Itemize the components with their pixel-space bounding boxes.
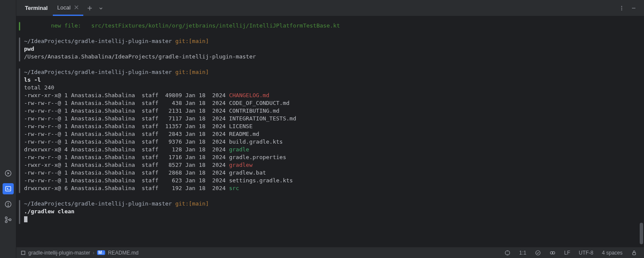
cursor bbox=[24, 216, 27, 222]
scrollbar[interactable] bbox=[639, 16, 643, 247]
scrollbar-thumb[interactable] bbox=[640, 223, 643, 244]
problems-icon[interactable] bbox=[3, 199, 14, 210]
project-name: gradle-intellij-plugin-master bbox=[28, 250, 90, 256]
services-icon[interactable] bbox=[3, 168, 14, 179]
tab-label: Local bbox=[57, 4, 70, 11]
ls-block: ~/IdeaProjects/gradle-intellij-plugin-ma… bbox=[19, 67, 641, 195]
breadcrumb[interactable]: gradle-intellij-plugin-master › M↓ READM… bbox=[21, 250, 139, 256]
inspections-icon[interactable] bbox=[532, 250, 544, 256]
encoding[interactable]: UTF-8 bbox=[576, 250, 596, 256]
svg-point-16 bbox=[621, 9, 623, 10]
more-icon[interactable] bbox=[617, 3, 627, 13]
svg-rect-23 bbox=[633, 252, 636, 255]
close-icon[interactable] bbox=[74, 5, 79, 10]
code-with-me-icon[interactable] bbox=[547, 250, 558, 256]
indent[interactable]: 4 spaces bbox=[599, 250, 625, 256]
svg-rect-18 bbox=[21, 251, 25, 255]
status-bar: gradle-intellij-plugin-master › M↓ READM… bbox=[16, 247, 644, 258]
svg-point-15 bbox=[621, 7, 623, 9]
svg-point-14 bbox=[621, 6, 623, 7]
vcs-icon[interactable] bbox=[3, 214, 14, 225]
pwd-block: ~/IdeaProjects/gradle-intellij-plugin-ma… bbox=[19, 36, 641, 63]
lock-icon[interactable] bbox=[629, 250, 640, 256]
left-tool-rail bbox=[0, 0, 16, 258]
chevron-down-icon[interactable] bbox=[96, 3, 106, 13]
svg-point-9 bbox=[9, 219, 11, 221]
main-area: Terminal Local new file: src/testFixture… bbox=[16, 0, 644, 258]
tab-local[interactable]: Local bbox=[53, 0, 83, 16]
svg-point-6 bbox=[8, 206, 9, 206]
markdown-badge: M↓ bbox=[97, 250, 105, 255]
svg-point-8 bbox=[5, 221, 7, 223]
svg-point-20 bbox=[536, 250, 541, 255]
svg-point-7 bbox=[5, 217, 7, 219]
add-tab-button[interactable] bbox=[85, 3, 94, 13]
terminal-icon[interactable] bbox=[3, 183, 14, 194]
terminal-output[interactable]: new file: src/testFixtures/kotlin/org/je… bbox=[16, 16, 644, 247]
terminal-tab-bar: Terminal Local bbox=[16, 0, 644, 16]
updates-icon[interactable] bbox=[502, 250, 513, 256]
hide-icon[interactable] bbox=[629, 3, 639, 13]
gradlew-block: ~/IdeaProjects/gradle-intellij-plugin-ma… bbox=[19, 198, 641, 226]
git-status-block: new file: src/testFixtures/kotlin/org/je… bbox=[19, 20, 641, 32]
file-name: README.md bbox=[108, 250, 138, 256]
line-separator[interactable]: LF bbox=[562, 250, 573, 256]
svg-marker-1 bbox=[7, 172, 9, 175]
caret-position[interactable]: 1:1 bbox=[516, 250, 529, 256]
panel-title: Terminal bbox=[21, 5, 51, 11]
module-icon bbox=[21, 250, 26, 255]
